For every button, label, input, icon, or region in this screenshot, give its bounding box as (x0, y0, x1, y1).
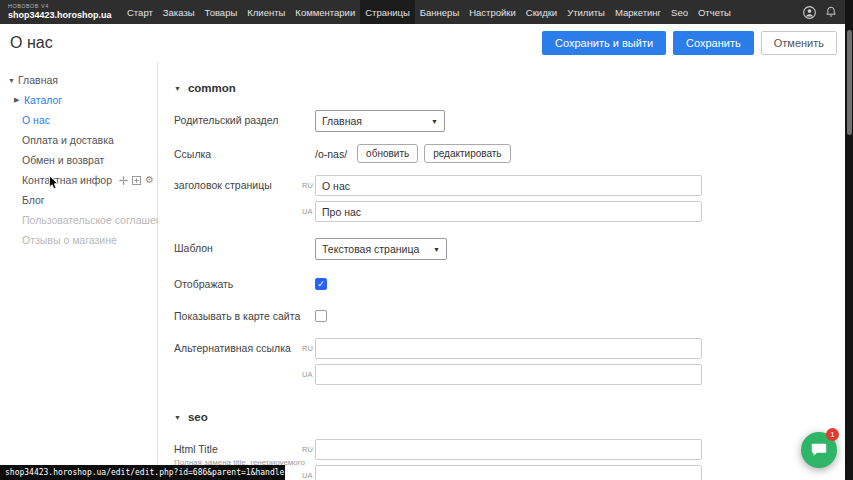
form-row-page-title: заголовок страницы RU UA (174, 175, 853, 222)
display-checkbox[interactable]: ✓ (315, 278, 327, 290)
alt-link-label: Альтернативная ссылка (174, 338, 302, 385)
chat-icon (810, 441, 828, 459)
cancel-button[interactable]: Отменить (761, 31, 837, 55)
section-seo-toggle[interactable]: ▼ seo (174, 411, 853, 423)
sitemap-label: Показывать в карте сайта (174, 306, 302, 322)
link-value: /o-nas/ (315, 148, 347, 160)
scrollbar-thumb[interactable] (847, 30, 852, 135)
parent-section-select[interactable]: Главная ▼ (315, 110, 445, 132)
lang-ru-label: RU (302, 439, 315, 460)
sidebar-item-obmen-i-vozvrat[interactable]: Обмен и возврат (0, 150, 157, 170)
refresh-link-button[interactable]: обновить (357, 144, 418, 163)
logo-version-label: НОВОВОВ V4 (8, 3, 122, 10)
form-row-alt-link: Альтернативная ссылка RU UA (174, 338, 853, 385)
nav-products[interactable]: Товары (200, 0, 243, 24)
alt-link-ua-input[interactable] (315, 364, 702, 385)
form-row-sitemap: Показывать в карте сайта (174, 306, 853, 322)
chevron-down-icon: ▼ (431, 118, 438, 125)
html-title-label-text: Html Title (174, 443, 218, 455)
tree-item-label: Отзывы о магазине (22, 234, 117, 246)
template-label: Шаблон (174, 238, 302, 260)
move-icon[interactable] (119, 176, 128, 185)
app-logo[interactable]: НОВОВОВ V4 shop34423.horoshop.ua (0, 0, 122, 24)
nav-comments[interactable]: Комментарии (290, 0, 360, 24)
page-header: О нас Сохранить и выйти Сохранить Отмени… (0, 24, 853, 62)
nav-banners[interactable]: Баннеры (415, 0, 464, 24)
chevron-down-icon: ▼ (433, 246, 440, 253)
link-label: Ссылка (174, 144, 302, 163)
pages-tree-sidebar: ▼ Главная ▶ Каталог О нас Оплата и доста… (0, 62, 158, 480)
topbar: НОВОВОВ V4 shop34423.horoshop.ua Старт З… (0, 0, 853, 24)
nav-settings[interactable]: Настройки (464, 0, 521, 24)
tree-item-label: Каталог (24, 94, 62, 106)
tree-item-label: О нас (22, 114, 50, 126)
nav-clients[interactable]: Клиенты (242, 0, 290, 24)
sidebar-item-glavnaya[interactable]: ▼ Главная (0, 70, 157, 90)
sidebar-item-kontaktnaya-infor[interactable]: Контактная инфор ⚙ (0, 170, 157, 190)
alt-link-ru-input[interactable] (315, 338, 702, 359)
chat-unread-badge: 1 (826, 428, 839, 441)
sidebar-item-oplata-i-dostavka[interactable]: Оплата и доставка (0, 130, 157, 150)
add-icon[interactable] (132, 176, 141, 185)
chevron-down-icon: ▼ (174, 85, 181, 92)
lang-ua-label: UA (302, 364, 315, 385)
save-button[interactable]: Сохранить (673, 31, 754, 55)
chevron-right-icon[interactable]: ▶ (14, 96, 24, 104)
shop-domain-label: shop34423.horoshop.ua (8, 10, 122, 21)
edit-link-button[interactable]: редактировать (424, 144, 510, 163)
lang-ru-label: RU (302, 338, 315, 359)
save-and-exit-button[interactable]: Сохранить и выйти (542, 31, 666, 55)
parent-section-value: Главная (322, 115, 362, 127)
nav-reports[interactable]: Отчеты (693, 0, 736, 24)
header-actions: Сохранить и выйти Сохранить Отменить (542, 31, 837, 55)
nav-pages[interactable]: Страницы (360, 0, 415, 24)
sidebar-item-o-nas[interactable]: О нас (0, 110, 157, 130)
lang-spacer (302, 110, 315, 132)
lang-spacer (302, 274, 315, 290)
tree-item-label: Контактная инфор (22, 174, 112, 186)
page-edit-form: ▼ common Родительский раздел Главная ▼ С… (158, 62, 853, 480)
bell-icon[interactable] (825, 6, 837, 18)
section-common-toggle[interactable]: ▼ common (174, 82, 853, 94)
html-title-ua-input[interactable] (315, 465, 702, 480)
chevron-down-icon[interactable]: ▼ (8, 77, 18, 84)
sidebar-item-katalog[interactable]: ▶ Каталог (0, 90, 157, 110)
nav-discounts[interactable]: Скидки (521, 0, 562, 24)
main-nav: Старт Заказы Товары Клиенты Комментарии … (122, 0, 803, 24)
sidebar-item-blog[interactable]: Блог (0, 190, 157, 210)
form-row-display: Отображать ✓ (174, 274, 853, 290)
tree-item-label: Блог (22, 194, 45, 206)
gear-icon[interactable]: ⚙ (145, 175, 154, 185)
nav-marketing[interactable]: Маркетинг (610, 0, 666, 24)
section-seo-title: seo (188, 411, 208, 423)
html-title-ru-input[interactable] (315, 439, 702, 460)
display-label: Отображать (174, 274, 302, 290)
form-row-template: Шаблон Текстовая страница ▼ (174, 238, 853, 260)
tree-item-label: Пользовательское соглашение (22, 214, 173, 226)
lang-spacer (302, 144, 315, 163)
parent-section-label: Родительский раздел (174, 110, 302, 132)
nav-seo[interactable]: Seo (666, 0, 693, 24)
nav-start[interactable]: Старт (122, 0, 158, 24)
form-row-link: Ссылка /o-nas/ обновить редактировать (174, 144, 853, 163)
person-icon[interactable] (803, 6, 816, 19)
tree-item-label: Обмен и возврат (22, 154, 104, 166)
sidebar-item-otzyvy-o-magazine[interactable]: Отзывы о магазине (0, 230, 157, 250)
nav-orders[interactable]: Заказы (158, 0, 200, 24)
page-title: О нас (10, 34, 53, 52)
nav-utilities[interactable]: Утилиты (562, 0, 610, 24)
lang-ua-label: UA (302, 465, 315, 480)
page-title-ua-input[interactable] (315, 201, 702, 222)
lang-ru-label: RU (302, 175, 315, 196)
body-wrap: ▼ Главная ▶ Каталог О нас Оплата и доста… (0, 62, 853, 480)
chat-launcher-button[interactable]: 1 (801, 432, 837, 468)
sidebar-item-polzovatelskoe-soglashenie[interactable]: Пользовательское соглашение (0, 210, 157, 230)
form-row-parent-section: Родительский раздел Главная ▼ (174, 110, 853, 132)
page-title-ru-input[interactable] (315, 175, 702, 196)
chevron-down-icon: ▼ (174, 414, 181, 421)
section-common-title: common (188, 82, 236, 94)
page-scrollbar[interactable] (845, 0, 853, 480)
tree-item-label: Оплата и доставка (22, 134, 114, 146)
template-select[interactable]: Текстовая страница ▼ (315, 238, 447, 260)
sitemap-checkbox[interactable] (315, 310, 327, 322)
